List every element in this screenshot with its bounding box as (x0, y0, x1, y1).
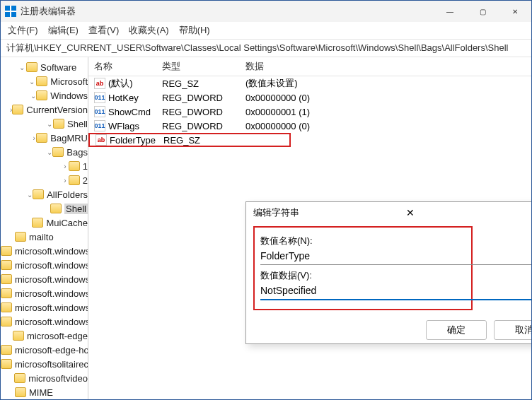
tree-node[interactable]: ⌄Bags (1, 145, 88, 159)
tree-label: Software (40, 62, 76, 73)
folder-icon (1, 288, 12, 298)
tree-view[interactable]: ⌄Software⌄Microsoft⌄Windows›CurrentVersi… (1, 57, 88, 400)
cancel-button[interactable]: 取消 (494, 320, 532, 340)
folder-icon (1, 274, 12, 284)
value-name-input[interactable] (260, 249, 532, 265)
menu-help[interactable]: 帮助(H) (179, 24, 210, 37)
value-name: ShowCmd (108, 107, 162, 117)
chevron-icon[interactable]: ⌄ (27, 191, 33, 199)
address-bar[interactable]: 计算机\HKEY_CURRENT_USER\Software\Classes\L… (1, 40, 531, 57)
folder-icon (15, 232, 26, 242)
folder-icon (69, 175, 80, 185)
column-name[interactable]: 名称 (88, 57, 156, 76)
tree-node[interactable]: ›1 (1, 159, 88, 173)
tree-node[interactable]: microsoft.windows.camera.m (1, 258, 88, 272)
folder-icon (36, 90, 47, 100)
list-row[interactable]: 011ShowCmdREG_DWORD0x00000001 (1) (88, 105, 531, 119)
dialog-title: 编辑字符串 (253, 206, 406, 219)
menu-file[interactable]: 文件(F) (8, 24, 38, 37)
tree-node[interactable]: microsoft.windows.camera (1, 244, 88, 258)
value-type: REG_DWORD (162, 93, 245, 103)
menu-favorites[interactable]: 收藏夹(A) (129, 24, 168, 37)
folder-icon (13, 331, 24, 341)
ok-button[interactable]: 确定 (426, 320, 487, 340)
tree-label: Bags (66, 147, 88, 158)
tree-label: microsoft.windows.photos.cro (15, 288, 88, 299)
menubar: 文件(F) 编辑(E) 查看(V) 收藏夹(A) 帮助(H) (1, 22, 531, 40)
tree-node[interactable]: Shell (1, 201, 88, 216)
column-type[interactable]: 类型 (156, 57, 240, 76)
value-data-label: 数值数据(V): (260, 269, 466, 282)
list-row[interactable]: abFolderTypeREG_SZ (88, 133, 291, 147)
maximize-button[interactable]: ▢ (466, 1, 499, 22)
tree-node[interactable]: microsoftsolitairecollection (1, 357, 88, 371)
tree-node[interactable]: microsoftvideo (1, 371, 88, 385)
window-title: 注册表编辑器 (21, 5, 434, 18)
tree-node[interactable]: microsoft.windows.photos.cro (1, 286, 88, 300)
chevron-icon[interactable]: ⌄ (18, 64, 26, 71)
tree-node[interactable]: MIME (1, 385, 88, 399)
folder-icon (1, 246, 12, 256)
chevron-icon[interactable]: › (62, 163, 69, 170)
tree-label: microsoft.windows.camera.m (15, 260, 88, 271)
tree-node[interactable]: microsoft-edge (1, 329, 88, 343)
close-icon[interactable]: ✕ (406, 207, 532, 218)
tree-node[interactable]: ⌄Shell (1, 117, 88, 131)
folder-icon (1, 359, 12, 369)
dialog-fields: 数值名称(N): 数值数据(V): (253, 226, 473, 310)
chevron-icon[interactable]: ⌄ (30, 92, 36, 100)
tree-label: microsoftsolitairecollection (15, 359, 88, 370)
value-type: REG_SZ (162, 78, 245, 89)
tree-label: microsoft-edge-holographic (15, 345, 88, 355)
string-value-icon: ab (96, 134, 107, 146)
tree-label: Microsoft (50, 76, 88, 87)
dialog-titlebar: 编辑字符串 ✕ (246, 202, 532, 223)
value-data: 0x00000000 (0) (245, 121, 531, 131)
chevron-icon[interactable]: ⌄ (28, 78, 37, 86)
list-row[interactable]: ab(默认)REG_SZ(数值未设置) (88, 76, 531, 90)
tree-node[interactable]: microsoft.windows.photos.vic (1, 314, 88, 329)
tree-node[interactable]: ⌄Software (1, 60, 88, 74)
string-value-icon: ab (94, 78, 105, 89)
minimize-button[interactable]: — (434, 1, 466, 22)
tree-node[interactable]: mailto (1, 230, 88, 244)
tree-node[interactable]: microsoft.windows.photos.pic (1, 300, 88, 314)
chevron-icon[interactable]: ⌄ (47, 148, 53, 156)
close-button[interactable]: ✕ (499, 1, 531, 22)
folder-icon (12, 105, 23, 114)
dialog-buttons: 确定 取消 (246, 310, 532, 340)
tree-node[interactable]: MuiCache (1, 216, 88, 230)
tree-node[interactable]: ›2 (1, 173, 88, 187)
folder-icon (1, 260, 12, 270)
column-data[interactable]: 数据 (240, 57, 531, 76)
folder-icon (36, 76, 47, 86)
folder-icon (69, 161, 80, 171)
tree-node[interactable]: ›BagMRU (1, 131, 88, 145)
tree-node[interactable]: microsoft-edge-holographic (1, 343, 88, 357)
list-row[interactable]: 011WFlagsREG_DWORD0x00000000 (0) (88, 119, 531, 133)
value-name: (默认) (108, 77, 162, 90)
tree-label: MIME (29, 387, 53, 398)
folder-icon (36, 133, 47, 143)
menu-view[interactable]: 查看(V) (88, 24, 119, 37)
chevron-icon[interactable]: ⌄ (46, 120, 54, 128)
tree-node[interactable]: ⌄Windows (1, 88, 88, 102)
tree-node[interactable]: ⌄AllFolders (1, 187, 88, 201)
chevron-icon[interactable]: › (62, 177, 69, 184)
value-data-input[interactable] (260, 283, 532, 300)
folder-icon (33, 189, 44, 199)
binary-value-icon: 011 (94, 92, 105, 103)
tree-label: MuiCache (46, 218, 88, 228)
tree-label: Shell (64, 204, 88, 214)
menu-edit[interactable]: 编辑(E) (48, 24, 79, 37)
tree-node[interactable]: ›CurrentVersion (1, 102, 88, 117)
tree-node[interactable]: microsoft.windows.camera.pi (1, 272, 88, 286)
tree-label: 2 (83, 175, 88, 186)
folder-icon (1, 317, 12, 327)
tree-label: mailto (29, 232, 54, 242)
tree-node[interactable]: ⌄Microsoft (1, 74, 88, 88)
list-row[interactable]: 011HotKeyREG_DWORD0x00000000 (0) (88, 90, 531, 105)
value-name: HotKey (108, 93, 162, 103)
tree-label: microsoft.windows.camera.pi (15, 274, 88, 285)
value-data: 0x00000001 (1) (245, 107, 531, 117)
